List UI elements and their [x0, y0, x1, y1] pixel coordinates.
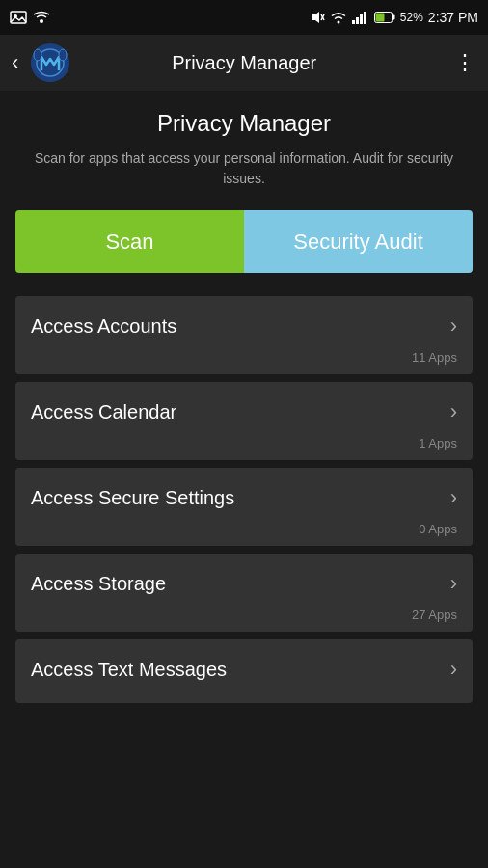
list-item-count: 0 Apps [15, 518, 473, 546]
signal-icon [352, 11, 369, 24]
nav-title: Privacy Manager [82, 52, 406, 74]
list-item-label: Access Storage [31, 573, 166, 595]
svg-rect-9 [360, 14, 363, 24]
svg-marker-3 [312, 12, 319, 23]
list-item-label: Access Text Messages [31, 659, 227, 681]
list-item-count: 27 Apps [15, 604, 473, 632]
svg-rect-8 [356, 17, 359, 24]
chevron-right-icon: › [450, 485, 457, 510]
svg-point-16 [34, 49, 41, 61]
back-button[interactable]: ‹ [12, 50, 18, 75]
photo-notification-icon [10, 10, 27, 25]
status-bar-left [10, 10, 50, 25]
app-logo [28, 41, 72, 85]
svg-rect-12 [375, 14, 384, 22]
page-description: Scan for apps that access your personal … [15, 149, 473, 189]
list-item-label: Access Secure Settings [31, 487, 234, 509]
list-item[interactable]: Access Secure Settings›0 Apps [15, 468, 473, 546]
list-item[interactable]: Access Calendar›1 Apps [15, 382, 473, 460]
chevron-right-icon: › [450, 571, 457, 596]
wifi-notification-icon [33, 10, 50, 25]
svg-rect-10 [364, 12, 366, 24]
svg-point-17 [59, 49, 67, 61]
security-audit-button[interactable]: Security Audit [244, 210, 473, 273]
more-menu-button[interactable]: ⋮ [454, 50, 476, 75]
battery-percent: 52% [400, 11, 423, 24]
list-item[interactable]: Access Storage›27 Apps [15, 554, 473, 632]
list-item-label: Access Accounts [31, 315, 176, 338]
svg-point-2 [40, 19, 43, 23]
chevron-right-icon: › [450, 657, 457, 682]
svg-rect-13 [393, 15, 395, 20]
main-content: Privacy Manager Scan for apps that acces… [0, 91, 488, 722]
list-item[interactable]: Access Accounts›11 Apps [15, 296, 473, 374]
mute-icon [310, 10, 325, 25]
list-item[interactable]: Access Text Messages› [15, 639, 473, 703]
svg-point-6 [337, 21, 339, 24]
status-bar-right: 52% 2:37 PM [310, 10, 478, 25]
action-buttons: Scan Security Audit [15, 210, 473, 273]
status-bar: 52% 2:37 PM [0, 0, 488, 35]
list-item-count [15, 690, 473, 703]
chevron-right-icon: › [450, 313, 457, 339]
scan-button[interactable]: Scan [15, 210, 244, 273]
svg-rect-0 [11, 12, 26, 23]
page-title: Privacy Manager [15, 110, 473, 137]
chevron-right-icon: › [450, 399, 457, 424]
list-item-count: 11 Apps [15, 346, 473, 374]
permission-list: Access Accounts›11 AppsAccess Calendar›1… [15, 296, 473, 703]
nav-bar: ‹ Privacy Manager ⋮ [0, 35, 488, 91]
wifi-icon [330, 11, 347, 24]
status-time: 2:37 PM [428, 10, 478, 25]
svg-rect-7 [352, 20, 355, 24]
list-item-label: Access Calendar [31, 401, 176, 423]
battery-icon [374, 12, 395, 23]
list-item-count: 1 Apps [15, 432, 473, 460]
